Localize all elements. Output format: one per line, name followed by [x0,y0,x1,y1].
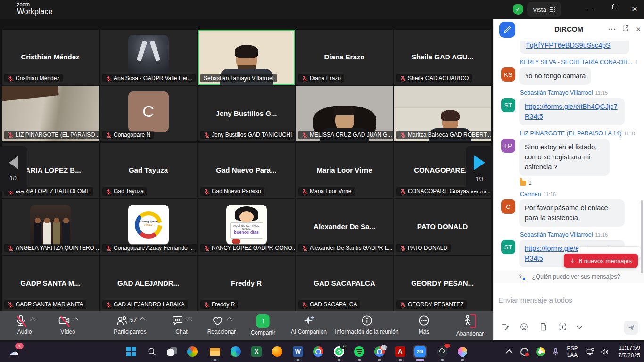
participants-icon [116,314,128,327]
running-indicator [441,359,444,361]
chat-popout-button[interactable] [622,25,629,34]
send-button[interactable] [624,321,638,335]
start-button[interactable] [124,345,138,358]
participant-tile[interactable]: Gad Nuevo Para... Gad Nuevo Paraiso [198,143,295,198]
react-button[interactable]: Reaccionar [207,314,236,335]
video-button[interactable]: Vídeo [58,314,78,335]
message-bubble[interactable]: https://forms.gle/eitBh4QGJjc7R34t5 [519,98,625,125]
format-text-icon[interactable] [500,322,509,331]
screenshot-icon[interactable] [558,322,567,331]
zoom-app-button[interactable]: zm [413,345,427,358]
chat-link[interactable]: TqKfYFPT6eBDS9uSsc4pS [526,41,611,49]
tray-mic-icon[interactable] [549,345,562,358]
network-icon[interactable] [584,345,597,358]
participant-tile[interactable]: Alexander De Sa... Alexander De Santis G… [296,199,393,255]
minimize-button[interactable]: — [583,4,597,15]
audio-options-chevron[interactable] [30,317,35,322]
ai-companion-button[interactable]: AI Companion [291,314,327,335]
participant-tile[interactable]: GAD ALEJANDR... GAD ALEJANDRO LABAKA [100,256,197,311]
video-options-chevron[interactable] [73,317,78,322]
participant-tile[interactable]: Sheila GAD AGU... Sheila GAD AGUARICO [394,30,491,85]
view-button[interactable]: Vista [527,2,561,17]
chat-scrollbar[interactable] [641,200,643,273]
chat-message-list[interactable]: TqKfYFPT6eBDS9uSsc4pS KERLY SILVA - SECR… [494,41,644,270]
participant-tile[interactable]: Freddy R Freddy R [198,256,295,311]
firefox-button[interactable] [271,345,284,358]
spotify-button[interactable] [353,345,366,358]
gallery-grid-icon [550,7,555,12]
participants-options-chevron[interactable] [140,317,145,322]
taskbar-clock[interactable]: 11:17:59 7/7/2025 [618,345,640,359]
emoji-icon[interactable] [520,322,528,331]
participant-tile[interactable]: Maritza Balseca GAD ROBERT... [394,86,491,141]
attach-file-icon[interactable] [539,322,548,331]
participant-tile[interactable]: Gad Tayuza Gad Tayuza [100,143,197,198]
gallery-prev-page-button[interactable]: 1/3 [0,146,27,191]
share-screen-button[interactable]: ↑ Compartir [251,314,276,336]
chat-more-button[interactable]: ⋯ [608,25,616,34]
word-button[interactable]: W [291,345,305,358]
chat-message-clipped[interactable]: TqKfYFPT6eBDS9uSsc4pS [520,41,629,54]
task-view-button[interactable] [165,345,179,358]
language-indicator[interactable]: ESPLAA [564,345,581,358]
participant-tile[interactable]: MELISSA CRUZ GAD JUAN G... [296,86,393,141]
chat-link[interactable]: https://forms.gle/eitBh4QGJjc7R34t5 [525,103,618,120]
participant-tile[interactable]: conagopare Azuay Conagopare Azuay Fernan… [100,199,197,255]
meeting-info-button[interactable]: Información de la reunión [335,314,398,335]
tray-antivirus-icon[interactable] [534,345,547,358]
whatsapp-button[interactable]: 3 [332,345,346,358]
obs-button[interactable] [436,345,449,358]
message-bubble[interactable]: Por favor pásame el enlace para la asist… [519,199,625,227]
participant-tile-active-speaker[interactable]: Sebastián Tamayo Villarroel [198,30,295,85]
participant-tile[interactable]: Diana Erazo Diana Erazo [296,30,393,85]
file-explorer-button[interactable] [208,345,222,358]
chevron-down-icon[interactable] [577,323,582,329]
acrobat-button[interactable]: A [394,345,407,358]
edge-button[interactable] [229,345,242,358]
participant-tile[interactable]: LIZ PINARGOTE (EL PARAISO ... [2,86,99,141]
search-button[interactable] [145,345,158,358]
participant-label: LIZ PINARGOTE (EL PARAISO ... [16,132,99,138]
copilot-button[interactable] [186,345,199,358]
excel-button[interactable]: X [250,345,263,358]
participant-tile[interactable]: GEORDY PESAN... GEORDY PESANTEZ [394,256,491,311]
paint-app-button[interactable] [456,345,469,358]
muted-mic-icon [302,132,308,138]
chat-button[interactable]: Chat [172,314,191,335]
participant-tile[interactable]: Ana Sosa - GADPR Valle Her... [100,30,197,85]
participant-tile[interactable]: Cristhian Méndez Cristhian Méndez [2,30,99,85]
thumbs-up-reaction[interactable]: 1 [520,180,637,186]
privacy-notice[interactable]: ¿Quién puede ver sus mensajes? [494,270,644,283]
participant-tile[interactable]: GADP SANTA M... GADP SANTA MARIANITA [2,256,99,311]
tray-expand-button[interactable] [503,345,516,358]
participant-tile[interactable]: PATO DONALD PATO DONALD [394,199,491,255]
tray-recorder-icon[interactable] [518,345,531,358]
spotify-icon [354,346,364,357]
participant-tile[interactable]: C Conagopare N [100,86,197,141]
close-window-button[interactable]: ✕ [627,4,642,15]
participants-button[interactable]: 57 Participantes [114,314,146,335]
chrome-button[interactable] [312,345,325,358]
record-icon [520,348,528,356]
participant-tile[interactable]: Jeny Bustillos G... Jeny Bustillos GAD T… [198,86,295,141]
gallery-next-page-button[interactable]: 1/3 [466,146,493,191]
restore-button[interactable] [605,4,619,15]
more-button[interactable]: Más [418,314,430,335]
participant-tile[interactable]: ANGELA YARITZA QUINTERO ... [2,199,99,255]
participant-tile[interactable]: Maria Loor Virne Maria Loor Virne [296,143,393,198]
chrome-profile-button[interactable] [373,345,386,358]
message-input[interactable] [497,286,639,314]
volume-icon[interactable] [598,345,611,358]
onedrive-icon[interactable]: ☁ 1 [8,345,21,358]
chat-options-chevron[interactable] [187,317,192,322]
react-options-chevron[interactable] [227,317,232,322]
audio-button[interactable]: Audio [15,314,34,335]
participant-tile[interactable]: AQUÍ NO SE RINDE NADIE buenos días NANCY… [198,199,295,255]
message-bubble[interactable]: Sino estoy en el listado, como se regist… [519,139,610,176]
participant-tile[interactable]: GAD SACAPALCA GAD SACAPALCA [296,256,393,311]
participant-label: Conagopare Azuay Fernando ... [114,245,194,251]
leave-meeting-button[interactable]: Abandonar [456,314,484,337]
new-messages-button[interactable]: 6 nuevos mensajes [564,254,638,268]
chat-close-button[interactable]: × [636,25,641,34]
message-bubble[interactable]: Yo no tengo camara [519,67,591,85]
